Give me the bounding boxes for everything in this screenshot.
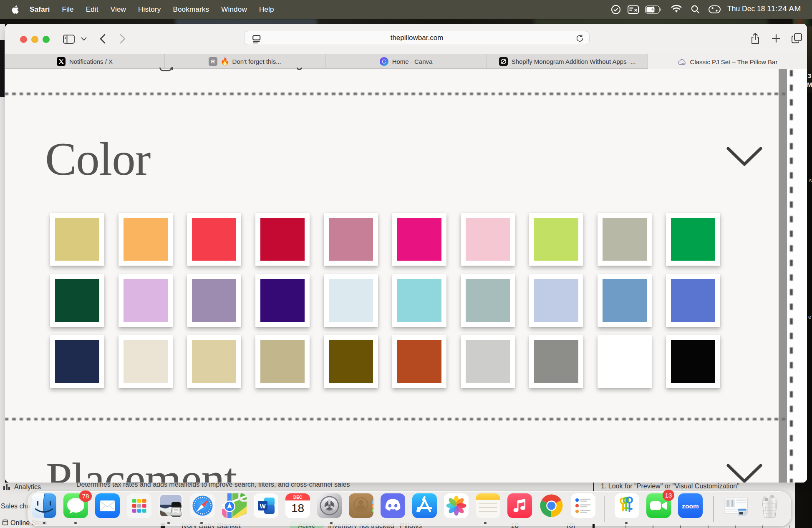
svg-text:zoom: zoom xyxy=(682,503,699,510)
svg-text:R: R xyxy=(211,58,215,65)
svg-text:DEC: DEC xyxy=(293,495,302,500)
svg-text:18: 18 xyxy=(291,502,304,515)
svg-text:W: W xyxy=(260,503,266,510)
